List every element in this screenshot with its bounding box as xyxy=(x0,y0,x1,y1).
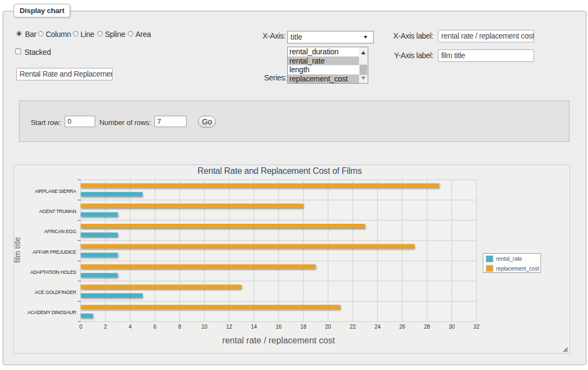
svg-text:AGENT TRUMAN: AGENT TRUMAN xyxy=(39,209,76,214)
svg-text:2: 2 xyxy=(104,324,107,330)
svg-text:28: 28 xyxy=(424,324,430,330)
svg-text:18: 18 xyxy=(300,324,307,330)
svg-text:24: 24 xyxy=(375,324,381,330)
svg-text:22: 22 xyxy=(350,324,356,330)
svg-text:14: 14 xyxy=(251,324,257,330)
svg-text:AFRICAN EGG: AFRICAN EGG xyxy=(44,229,76,234)
svg-text:20: 20 xyxy=(325,324,332,330)
svg-text:8: 8 xyxy=(178,324,182,330)
svg-text:AIRPLANE SIERRA: AIRPLANE SIERRA xyxy=(35,189,76,194)
svg-text:30: 30 xyxy=(449,324,455,330)
svg-text:Rental Rate and Replacement Co: Rental Rate and Replacement Cost of Film… xyxy=(197,166,362,175)
svg-text:26: 26 xyxy=(399,324,406,330)
svg-text:16: 16 xyxy=(276,324,282,330)
svg-text:rental rate / replacement cost: rental rate / replacement cost xyxy=(222,336,335,345)
svg-text:4: 4 xyxy=(129,324,132,330)
svg-text:32: 32 xyxy=(473,324,480,330)
svg-text:film title: film title xyxy=(14,237,22,263)
svg-text:rental_rate: rental_rate xyxy=(496,256,522,262)
svg-text:AFFAIR PREJUDICE: AFFAIR PREJUDICE xyxy=(33,249,77,255)
svg-text:ACE GOLDFINGER: ACE GOLDFINGER xyxy=(35,290,77,295)
svg-text:ACADEMY DINOSAUR: ACADEMY DINOSAUR xyxy=(27,310,76,315)
svg-text:ADAPTATION HOLES: ADAPTATION HOLES xyxy=(30,269,77,275)
svg-text:replacement_cost: replacement_cost xyxy=(496,266,539,272)
svg-text:0: 0 xyxy=(79,324,83,330)
svg-text:12: 12 xyxy=(226,324,233,330)
svg-text:6: 6 xyxy=(153,324,157,330)
svg-text:10: 10 xyxy=(201,324,208,330)
